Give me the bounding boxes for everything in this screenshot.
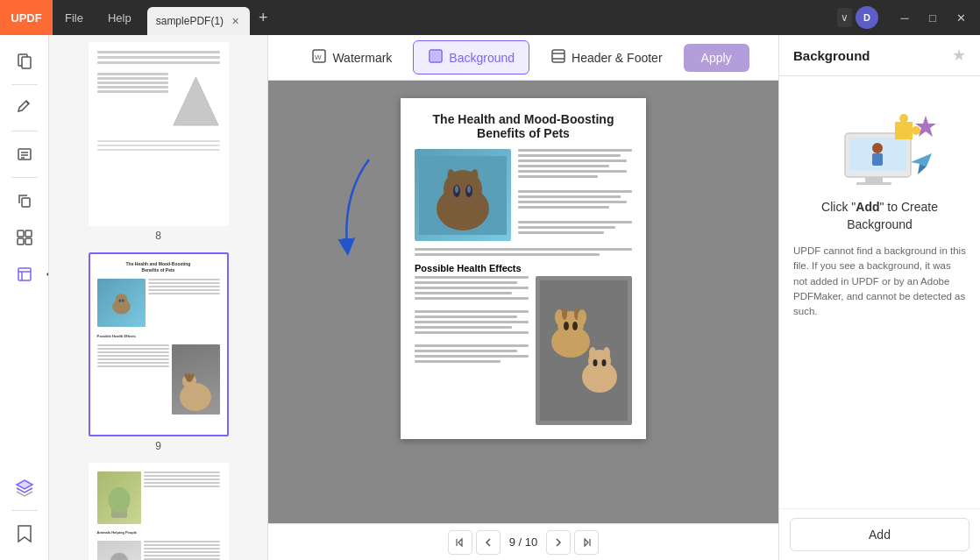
svg-point-29 xyxy=(113,488,117,493)
thumb-line xyxy=(148,286,220,287)
watermark-btn[interactable]: W Watermark xyxy=(297,41,406,74)
sidebar: Page Tools xyxy=(0,35,49,560)
favorite-star-btn[interactable]: ★ xyxy=(952,46,966,65)
svg-rect-68 xyxy=(865,177,883,182)
maximize-btn[interactable]: □ xyxy=(920,5,945,30)
pdf-text-line xyxy=(415,360,501,363)
thumbnail-item-8[interactable]: 8 xyxy=(56,42,260,242)
organize-icon[interactable] xyxy=(7,220,42,255)
svg-point-30 xyxy=(121,488,124,493)
minimize-btn[interactable]: ─ xyxy=(892,5,917,30)
pdf-section-title: Possible Health Effects xyxy=(415,263,632,273)
thumb-line xyxy=(144,486,220,487)
thumb-line xyxy=(148,289,220,291)
pdf-text-line xyxy=(415,281,517,284)
svg-point-49 xyxy=(455,186,458,193)
pdf-page: The Health and Mood-Boosting Benefits of… xyxy=(401,98,646,439)
tab-bar: samplePDF(1) ✕ + xyxy=(147,0,837,35)
pdf-text-line xyxy=(518,149,632,152)
thumbnail-img-9[interactable]: The Health and Mood-BoostingBenefits of … xyxy=(89,252,229,436)
thumb-line xyxy=(97,149,220,151)
sidebar-divider-bottom xyxy=(11,510,38,511)
edit-icon[interactable] xyxy=(7,90,42,125)
pdf-text-line xyxy=(415,310,529,313)
svg-marker-15 xyxy=(173,77,217,125)
header-footer-btn[interactable]: Header & Footer xyxy=(536,41,677,74)
thumb-line xyxy=(148,282,220,284)
thumbnail-item-9[interactable]: The Health and Mood-BoostingBenefits of … xyxy=(56,252,260,452)
current-tab[interactable]: samplePDF(1) ✕ xyxy=(147,7,250,35)
thumb-line xyxy=(97,358,169,360)
svg-point-64 xyxy=(593,359,598,366)
pdf-text-line xyxy=(518,206,609,209)
first-page-btn[interactable] xyxy=(448,530,472,555)
thumb-line xyxy=(144,548,220,549)
pdf-right-text xyxy=(518,149,632,241)
thumb-line xyxy=(97,61,220,64)
menu-file[interactable]: File xyxy=(53,0,96,35)
pages-icon[interactable] xyxy=(7,44,42,79)
header-footer-label: Header & Footer xyxy=(572,51,663,65)
tab-close-btn[interactable]: ✕ xyxy=(229,15,241,27)
pdf-text-line xyxy=(518,170,627,173)
svg-rect-38 xyxy=(431,52,440,60)
pdf-text-line xyxy=(415,344,529,347)
apply-btn[interactable]: Apply xyxy=(684,44,749,72)
prev-page-btn[interactable] xyxy=(476,530,501,555)
svg-point-75 xyxy=(872,143,883,153)
content-area: W Watermark Background xyxy=(268,35,778,560)
thumb-line xyxy=(97,365,169,367)
background-btn[interactable]: Background xyxy=(413,40,529,74)
sidebar-divider-3 xyxy=(11,177,38,178)
close-btn[interactable]: ✕ xyxy=(948,5,973,30)
svg-point-59 xyxy=(572,322,578,330)
thumbnail-item-10[interactable]: Animals Helping People xyxy=(56,463,260,560)
thumb-line xyxy=(97,90,168,93)
svg-rect-11 xyxy=(18,268,31,280)
svg-point-20 xyxy=(118,299,121,301)
bookmark-icon[interactable] xyxy=(7,516,42,551)
page-tools-icon[interactable]: Page Tools xyxy=(7,257,42,292)
pdf-text-line xyxy=(415,253,600,256)
svg-rect-76 xyxy=(872,153,883,166)
pdf-text-line xyxy=(415,331,529,334)
add-background-btn[interactable]: Add xyxy=(790,518,969,551)
pagination: 9 / 10 xyxy=(268,523,778,560)
right-panel-title: Background xyxy=(793,48,870,63)
titlebar: UPDF File Help samplePDF(1) ✕ + ∨ D ─ □ … xyxy=(0,0,980,35)
thumbnail-img-10[interactable]: Animals Helping People xyxy=(89,463,229,560)
thumb-line xyxy=(144,555,220,556)
pdf-bottom-text xyxy=(415,276,529,425)
copy-icon[interactable] xyxy=(7,183,42,218)
window-dropdown[interactable]: ∨ xyxy=(837,8,852,27)
pdf-text-line xyxy=(518,154,621,157)
thumbnail-img-8[interactable] xyxy=(89,42,229,226)
svg-rect-10 xyxy=(25,238,32,245)
sidebar-divider-2 xyxy=(11,131,38,131)
sidebar-bottom xyxy=(7,470,42,551)
svg-point-70 xyxy=(899,114,908,123)
form-icon[interactable] xyxy=(7,137,42,172)
layers-icon[interactable] xyxy=(7,470,42,505)
thumb-line xyxy=(144,471,220,473)
pdf-page-title: The Health and Mood-Boosting Benefits of… xyxy=(415,112,632,140)
menu-help[interactable]: Help xyxy=(96,0,144,35)
pdf-dogs-image xyxy=(536,276,632,425)
pdf-text-line xyxy=(415,326,512,329)
thumb-line xyxy=(144,482,220,484)
thumb-line xyxy=(97,348,169,350)
thumb-page-title: The Health and Mood-BoostingBenefits of … xyxy=(97,261,220,273)
next-page-btn[interactable] xyxy=(546,530,571,555)
thumb-line xyxy=(97,140,220,142)
svg-rect-69 xyxy=(856,182,891,185)
thumb-line xyxy=(97,56,220,59)
right-panel-header: Background ★ xyxy=(779,35,980,76)
user-avatar[interactable]: D xyxy=(856,6,878,29)
svg-rect-6 xyxy=(22,198,30,207)
last-page-btn[interactable] xyxy=(574,530,599,555)
puzzle-illustration xyxy=(832,103,928,181)
pdf-viewer[interactable]: The Health and Mood-Boosting Benefits of… xyxy=(268,81,778,523)
add-tab-btn[interactable]: + xyxy=(250,9,277,27)
svg-marker-14 xyxy=(17,480,32,489)
right-panel-footer: Add xyxy=(779,508,980,560)
